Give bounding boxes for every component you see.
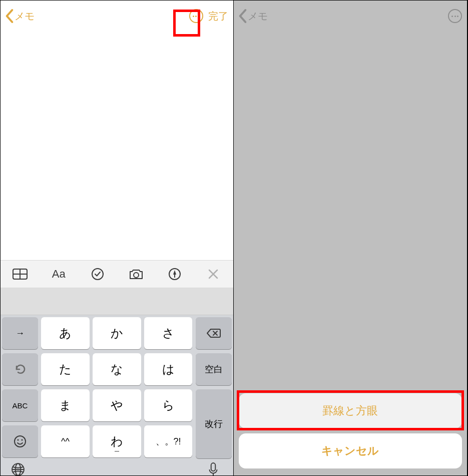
return-key[interactable]: 改行 bbox=[196, 389, 232, 458]
close-icon[interactable] bbox=[206, 267, 221, 282]
more-button-dimmed bbox=[448, 9, 462, 23]
space-key[interactable]: 空白 bbox=[196, 353, 232, 385]
kana-key-na[interactable]: な bbox=[93, 353, 141, 385]
svg-point-9 bbox=[18, 439, 19, 441]
svg-point-3 bbox=[92, 269, 103, 280]
more-dot-icon bbox=[451, 16, 453, 17]
sheet-cancel-button[interactable]: キャンセル bbox=[239, 433, 462, 468]
more-dot-icon bbox=[198, 16, 200, 17]
chevron-left-icon bbox=[239, 9, 247, 23]
emoji-icon bbox=[14, 435, 27, 448]
note-content-area[interactable] bbox=[1, 32, 233, 260]
action-sheet: 罫線と方眼 キャンセル bbox=[234, 388, 467, 475]
text-format-icon[interactable]: Aa bbox=[51, 267, 66, 282]
kana-key-ya[interactable]: や bbox=[93, 389, 141, 421]
dimmed-overlay[interactable] bbox=[234, 32, 467, 388]
table-icon[interactable] bbox=[13, 267, 28, 282]
svg-rect-16 bbox=[211, 463, 215, 471]
kana-key-ra[interactable]: ら bbox=[144, 389, 193, 421]
undo-icon bbox=[14, 363, 26, 375]
checklist-icon[interactable] bbox=[90, 267, 105, 282]
kana-key-ma[interactable]: ま bbox=[41, 389, 90, 421]
more-dot-icon bbox=[193, 16, 194, 17]
nav-back[interactable]: メモ bbox=[6, 9, 35, 23]
phone-right: メモ 罫線と方眼 キャンセル bbox=[234, 1, 468, 475]
kana-key-punct[interactable]: 、。?! bbox=[144, 425, 193, 457]
phone-left: メモ 完了 Aa bbox=[1, 1, 234, 475]
kana-key-a[interactable]: あ bbox=[41, 317, 90, 349]
svg-point-4 bbox=[134, 273, 139, 278]
chevron-left-icon bbox=[6, 9, 14, 23]
backspace-key[interactable] bbox=[196, 317, 232, 349]
done-button[interactable]: 完了 bbox=[208, 10, 228, 23]
nav-back-dimmed: メモ bbox=[239, 9, 268, 23]
abc-key[interactable]: ABC bbox=[2, 389, 38, 421]
kana-key-symbol[interactable]: ^^ bbox=[41, 425, 90, 457]
kana-key-ta[interactable]: た bbox=[41, 353, 90, 385]
more-button[interactable] bbox=[189, 9, 203, 23]
more-dot-icon bbox=[195, 16, 197, 17]
more-dot-icon bbox=[454, 16, 456, 17]
format-toolbar: Aa bbox=[1, 260, 233, 288]
navbar-dimmed: メモ bbox=[234, 1, 467, 32]
more-dot-icon bbox=[457, 16, 458, 17]
arrow-key[interactable]: → bbox=[2, 317, 38, 349]
globe-icon[interactable] bbox=[11, 462, 26, 476]
keyboard-bottombar bbox=[2, 462, 232, 476]
kana-key-sa[interactable]: さ bbox=[144, 317, 193, 349]
mic-icon[interactable] bbox=[208, 462, 223, 476]
sheet-option-lines-grids[interactable]: 罫線と方眼 bbox=[239, 393, 462, 428]
kana-key-wa[interactable]: わー bbox=[93, 425, 141, 457]
backspace-icon bbox=[206, 328, 221, 338]
emoji-key[interactable] bbox=[2, 425, 38, 457]
svg-point-10 bbox=[22, 439, 23, 441]
kana-key-ha[interactable]: は bbox=[144, 353, 193, 385]
keyboard: → ABC あ か さ た な は bbox=[1, 315, 233, 475]
undo-key[interactable] bbox=[2, 353, 38, 385]
kana-key-ka[interactable]: か bbox=[93, 317, 141, 349]
keyboard-suggestion-bar[interactable] bbox=[1, 288, 233, 315]
nav-back-label-dimmed: メモ bbox=[248, 10, 268, 23]
svg-point-8 bbox=[15, 436, 26, 447]
markup-icon[interactable] bbox=[167, 267, 182, 282]
navbar: メモ 完了 bbox=[1, 1, 233, 32]
nav-back-label: メモ bbox=[15, 10, 35, 23]
camera-icon[interactable] bbox=[129, 267, 144, 282]
